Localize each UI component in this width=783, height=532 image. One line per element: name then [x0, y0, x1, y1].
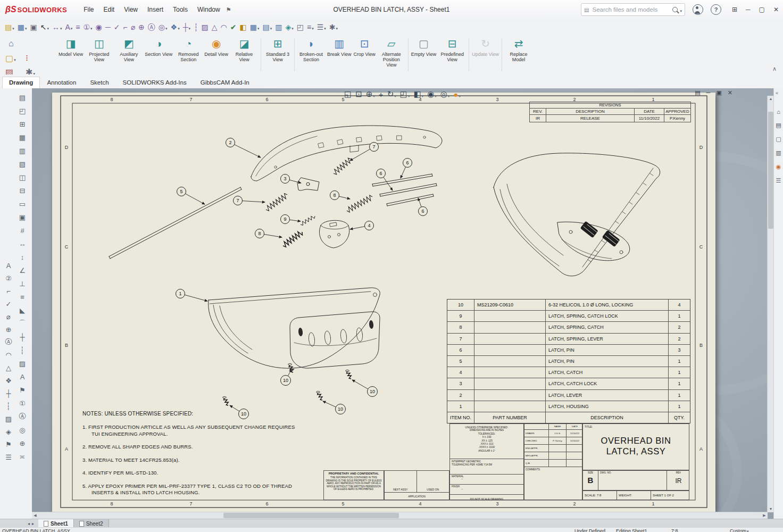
horizontal-scrollbar[interactable]: ◀ ▶	[32, 512, 768, 519]
search-box[interactable]: ▤	[581, 3, 685, 16]
pin-menu-icon[interactable]: ⚑	[226, 6, 231, 13]
ordinate-dimension-icon[interactable]: ⊥	[16, 278, 28, 289]
horizontal-scrollbar-thumb[interactable]	[223, 513, 399, 518]
ribbon-auxiliary-view[interactable]: ◩Auxiliary View	[114, 35, 144, 74]
tables-icon[interactable]: ▦	[248, 21, 261, 34]
center-mark-icon[interactable]: ┼	[181, 21, 192, 34]
ribbon-predefined-view[interactable]: ⊟Predefined View	[437, 35, 467, 74]
user-account-icon[interactable]	[693, 4, 703, 15]
menu-window[interactable]: Window	[193, 4, 225, 15]
layer-properties-icon[interactable]: ☰	[315, 21, 328, 34]
blocks-c-icon[interactable]: ❖	[3, 375, 14, 386]
ribbon-model-view[interactable]: ◨Model View	[57, 35, 84, 74]
cutlist-icon[interactable]: ◫	[16, 171, 28, 183]
angle-dimension-icon[interactable]: ∠	[16, 264, 28, 276]
ribbon-detail-view[interactable]: ◉Detail View	[203, 35, 229, 74]
bom-row[interactable]: 10MS21209-C06106-32 HELICOIL 1.0 Ø LONG,…	[447, 300, 690, 311]
task-pane-expand-icon[interactable]: «	[776, 90, 778, 96]
weld-c-icon[interactable]: ⌐	[3, 285, 14, 297]
workspace-layout-icon[interactable]: ⊞	[732, 6, 737, 13]
note-icon[interactable]: A	[64, 21, 74, 34]
tab-sketch[interactable]: Sketch	[83, 77, 115, 88]
dimension-icon[interactable]: ↔	[16, 238, 28, 250]
smart-dimension-icon[interactable]: ↔	[51, 21, 64, 34]
print-icon[interactable]: ▣	[29, 21, 39, 34]
general-table-icon[interactable]: ⊞	[16, 118, 28, 130]
bom-row[interactable]: 5LATCH, PIN1	[447, 356, 690, 367]
revision-table-icon[interactable]: ▥	[273, 21, 284, 34]
search-dropdown-icon[interactable]	[680, 5, 682, 14]
sheet-tab-sheet1[interactable]: Sheet1	[38, 519, 74, 528]
tolerance-b-icon[interactable]: ⊕	[16, 437, 28, 449]
menu-view[interactable]: View	[119, 4, 143, 15]
doc-menu-icon[interactable]: ▤	[695, 89, 700, 96]
doc-close-icon[interactable]: ✕	[728, 89, 732, 96]
save-icon[interactable]: ▦	[16, 21, 29, 34]
blocks-icon[interactable]: ❖	[169, 21, 181, 34]
bom-row[interactable]: 2LATCH, LEVER1	[447, 390, 690, 401]
new-document-icon[interactable]: ▢	[5, 54, 16, 63]
drawing-viewport[interactable]: ◱⊡⊕+↻◰◧◉◎● ▤─▣✕ 8877665544332211DDCCBBAA	[32, 88, 774, 519]
file-explorer-icon[interactable]: ▢	[776, 136, 781, 143]
arc-length-icon[interactable]: ⌒	[16, 318, 28, 329]
search-icon[interactable]	[672, 7, 678, 12]
zone-icon[interactable]: #	[16, 225, 28, 236]
drawing-sheet[interactable]: 8877665544332211DDCCBBAA	[52, 93, 715, 512]
datum-target-b-icon[interactable]: ◎	[16, 424, 28, 436]
ribbon-relative-view[interactable]: ◪Relative View	[229, 35, 259, 74]
menu-file[interactable]: File	[79, 4, 98, 15]
bom-row[interactable]: 1LATCH, HOUSING1	[447, 401, 690, 412]
ribbon-removed-section[interactable]: ◔Removed Section	[173, 35, 203, 74]
menu-insert[interactable]: Insert	[143, 4, 168, 15]
display-style-icon[interactable]: ◧	[412, 89, 424, 99]
bend-table-icon[interactable]: ▭	[16, 198, 28, 210]
area-hatch-icon[interactable]: ▨	[200, 21, 210, 34]
punch-table-icon[interactable]: ⊟	[16, 185, 28, 196]
zoom-in-out-icon[interactable]: ⊕	[365, 89, 376, 99]
open-icon[interactable]: ▤	[3, 21, 16, 34]
bom-row[interactable]: 9LATCH, SPRING, CATCH LOCK1	[447, 311, 690, 322]
baseline-dimension-icon[interactable]: ≡	[16, 291, 28, 303]
note-b-icon[interactable]: A	[16, 371, 28, 383]
layers-c-icon[interactable]: ☰	[3, 451, 14, 463]
design-library-icon[interactable]: ▤	[776, 122, 781, 129]
sheet-tab-nav-arrow[interactable]: ◂	[28, 521, 30, 526]
traffic-light-icon[interactable]: ⁝	[26, 54, 28, 63]
ribbon-section-view[interactable]: ◑Section View	[144, 35, 173, 74]
sheet-tab-nav-arrow[interactable]: ▸	[32, 521, 34, 526]
maximize-icon[interactable]: ▢	[759, 6, 765, 13]
bom-table-icon[interactable]: ▥	[16, 145, 28, 156]
vertical-scrollbar-thumb[interactable]	[768, 112, 773, 229]
revision-symbol-c-icon[interactable]: △	[3, 362, 14, 373]
custom-properties-icon[interactable]: ☰	[776, 177, 781, 184]
flag-c-icon[interactable]: ⚑	[3, 438, 14, 450]
ribbon-replace-model[interactable]: ⇄Replace Model	[504, 35, 534, 74]
centerline-icon[interactable]: ┆	[192, 21, 199, 34]
note-c-icon[interactable]: A	[3, 260, 14, 271]
datum-target-icon[interactable]: ◎	[157, 21, 169, 34]
hide-show-items-icon[interactable]: ◉	[426, 89, 438, 99]
auto-balloon-icon[interactable]: ◉	[94, 21, 104, 34]
balloon-icon[interactable]: ①	[82, 21, 94, 34]
bom-row[interactable]: 7LATCH, SPRING, LEVER2	[447, 334, 690, 345]
revision-cloud-icon[interactable]: ◠	[219, 21, 229, 34]
appearances-icon[interactable]: ◉	[776, 163, 781, 170]
ribbon-collapse-icon[interactable]: ∧	[772, 65, 777, 72]
datum-b-icon[interactable]: Ⓐ	[16, 411, 28, 422]
zoom-to-area-icon[interactable]: ⊡	[354, 89, 363, 99]
hole-callout-icon[interactable]: ⌀	[129, 21, 137, 34]
bom-icon[interactable]: ▤	[261, 21, 273, 34]
ribbon-standard-3-view[interactable]: ⊞Standard 3 View	[263, 35, 293, 74]
surface-finish-icon[interactable]: ✓	[112, 21, 122, 34]
ribbon-break-view[interactable]: ▥Break View	[326, 35, 352, 74]
hatch-c-icon[interactable]: ▨	[3, 413, 14, 425]
doc-minimize-icon[interactable]: ─	[706, 89, 711, 96]
view-palette-icon[interactable]: ▥	[776, 149, 781, 156]
revisions-row[interactable]: IRRELEASE11/10/2022P.Kenny	[530, 115, 690, 122]
revision-symbol-icon[interactable]: △	[210, 21, 219, 34]
status-custom[interactable]: Custom	[730, 528, 749, 532]
bom-row[interactable]: 8LATCH, SPRING, CATCH2	[447, 322, 690, 333]
symmetry-icon[interactable]: ≍	[16, 451, 28, 462]
ribbon-broken-out-section[interactable]: ◗Broken-out Section	[296, 35, 326, 74]
center-mark-b-icon[interactable]: ┼	[16, 331, 28, 343]
